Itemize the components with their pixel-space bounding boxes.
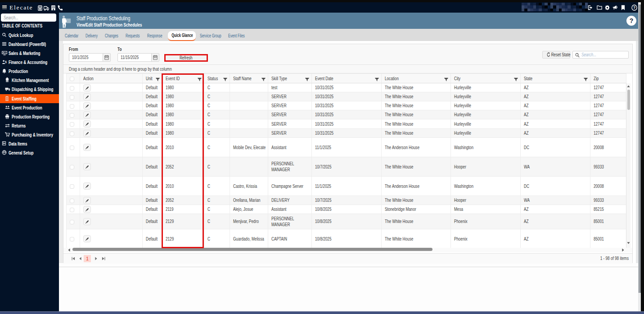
svg-text:$: $ xyxy=(5,60,7,64)
svg-text:?: ? xyxy=(633,5,635,10)
